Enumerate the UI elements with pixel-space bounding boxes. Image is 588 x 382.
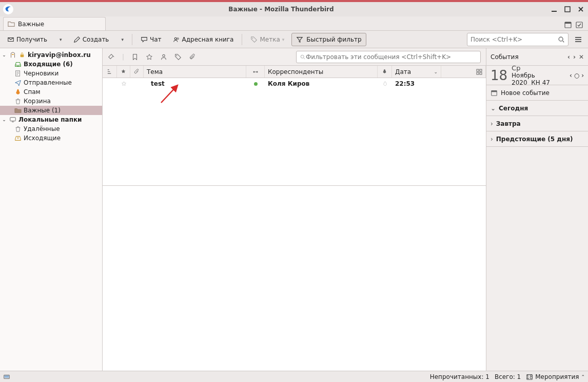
col-correspondents[interactable]: Корреспонденты xyxy=(265,66,378,78)
folder-sent[interactable]: Отправленные xyxy=(0,78,102,87)
svg-rect-20 xyxy=(480,69,482,71)
bookmark-icon[interactable] xyxy=(131,53,139,61)
tag-icon[interactable] xyxy=(174,53,182,61)
compose-dropdown[interactable] xyxy=(116,33,128,46)
twisty-icon[interactable]: ⌄ xyxy=(1,117,7,122)
svg-point-18 xyxy=(256,71,258,72)
unread-dot[interactable] xyxy=(254,82,258,86)
chevron-right-icon: › xyxy=(491,120,493,127)
section-tomorrow[interactable]: › Завтра xyxy=(486,116,588,131)
tab-important[interactable]: Важные xyxy=(3,17,106,30)
search-icon xyxy=(558,36,565,43)
addressbook-button[interactable]: Адресная книга xyxy=(169,33,238,46)
account-row[interactable]: ⌄ kiryavip@inbox.ru xyxy=(0,50,102,60)
app-menu-button[interactable] xyxy=(572,33,585,46)
folder-inbox[interactable]: Входящие (6) xyxy=(0,60,102,69)
outbox-label: Исходящие xyxy=(24,135,61,142)
svg-text:18: 18 xyxy=(526,373,533,379)
toolbar-divider xyxy=(132,34,132,45)
spam-icon xyxy=(14,88,22,96)
trash-icon xyxy=(14,125,22,132)
events-toggle[interactable]: 18 Мероприятия ⌃ xyxy=(526,373,585,380)
window-title: Важные - Mozilla Thunderbird xyxy=(17,6,545,13)
tag-icon xyxy=(250,36,258,43)
online-icon[interactable] xyxy=(3,373,10,380)
folder-icon xyxy=(8,21,15,28)
download-icon xyxy=(7,36,14,43)
column-headers: Тема Корреспонденты Дата⌄ xyxy=(103,66,486,78)
compose-button[interactable]: Создать xyxy=(69,33,113,46)
folder-spam[interactable]: Спам xyxy=(0,87,102,97)
junk-icon[interactable] xyxy=(382,81,388,87)
message-row[interactable]: test Коля Киров 22:53 xyxy=(103,78,486,89)
svg-rect-4 xyxy=(565,22,571,24)
section-upcoming[interactable]: › Предстоящие (5 дня) xyxy=(486,131,588,147)
search-input[interactable] xyxy=(471,36,558,43)
pin-icon[interactable] xyxy=(108,53,115,61)
folder-outbox[interactable]: Исходящие xyxy=(0,133,102,143)
local-label: Локальные папки xyxy=(18,116,82,123)
maximize-button[interactable] xyxy=(563,5,572,13)
new-event-row[interactable]: Новое событие xyxy=(486,85,588,101)
tab-label: Важные xyxy=(18,21,44,28)
filter-input[interactable] xyxy=(306,53,477,61)
quickfilter-button[interactable]: Быстрый фильтр xyxy=(291,33,366,46)
mailserver-icon xyxy=(9,51,16,59)
main-toolbar: Получить Создать Чат Адресная книга Метк… xyxy=(0,31,588,48)
col-junk[interactable] xyxy=(378,66,392,78)
quickfilter-bar: | xyxy=(103,48,486,66)
svg-point-6 xyxy=(174,37,177,40)
chat-button[interactable]: Чат xyxy=(136,33,166,46)
sent-icon xyxy=(14,79,22,86)
titlebar: Важные - Mozilla Thunderbird xyxy=(0,0,588,16)
drafts-label: Черновики xyxy=(24,70,58,77)
lock-icon xyxy=(18,51,26,59)
folder-important[interactable]: Важные (1) xyxy=(0,106,102,115)
col-attachment[interactable] xyxy=(130,66,144,78)
col-date[interactable]: Дата⌄ xyxy=(392,66,441,78)
filter-box[interactable] xyxy=(296,51,481,63)
star-icon[interactable] xyxy=(121,81,127,87)
events-prev[interactable]: ‹ xyxy=(567,53,570,61)
svg-rect-1 xyxy=(552,11,557,12)
svg-rect-19 xyxy=(477,69,479,71)
folder-trash[interactable]: Корзина xyxy=(0,97,102,106)
events-close[interactable]: ✕ xyxy=(579,53,584,61)
svg-point-8 xyxy=(252,37,253,39)
trash-icon xyxy=(14,98,22,105)
events-next[interactable]: › xyxy=(573,53,576,61)
global-search[interactable] xyxy=(467,33,569,46)
close-button[interactable] xyxy=(577,5,585,13)
get-messages-button[interactable]: Получить xyxy=(3,33,51,46)
col-star[interactable] xyxy=(117,66,130,78)
status-bar: Непрочитанных: 1 Всего: 1 18 Мероприятия… xyxy=(0,371,588,382)
col-thread[interactable] xyxy=(103,66,117,78)
tag-button[interactable]: Метка ▾ xyxy=(246,33,288,46)
get-messages-dropdown[interactable] xyxy=(54,33,66,46)
tag-label: Метка xyxy=(260,36,280,43)
col-picker[interactable] xyxy=(441,66,486,78)
svg-point-14 xyxy=(163,54,165,56)
section-today[interactable]: ⌄ Сегодня xyxy=(486,101,588,116)
chevron-down-icon: ⌄ xyxy=(491,105,496,112)
attachment-icon[interactable] xyxy=(189,53,196,61)
calendar-icon[interactable] xyxy=(562,19,574,30)
col-subject[interactable]: Тема xyxy=(144,66,246,78)
contact-icon[interactable] xyxy=(160,53,167,61)
svg-point-17 xyxy=(253,71,254,72)
day-prev[interactable]: ‹ xyxy=(570,72,572,79)
tasks-icon[interactable] xyxy=(574,19,585,30)
folder-local-trash[interactable]: Удалённые xyxy=(0,124,102,133)
local-folders-row[interactable]: ⌄ Локальные папки xyxy=(0,115,102,124)
star-icon[interactable] xyxy=(146,53,153,61)
minimize-button[interactable] xyxy=(550,5,558,13)
twisty-icon[interactable]: ⌄ xyxy=(1,52,7,58)
quickfilter-label: Быстрый фильтр xyxy=(306,36,361,43)
chevron-right-icon: › xyxy=(491,136,493,143)
day-today[interactable]: ○ xyxy=(574,72,579,79)
col-read[interactable] xyxy=(246,66,265,78)
events-header: События ‹ › ✕ xyxy=(486,48,588,66)
status-unread: Непрочитанных: 1 xyxy=(430,373,489,380)
day-next[interactable]: › xyxy=(581,72,584,79)
folder-drafts[interactable]: Черновики xyxy=(0,69,102,78)
